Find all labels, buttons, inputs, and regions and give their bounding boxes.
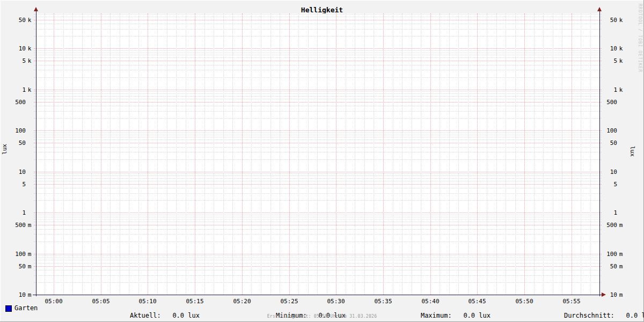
y-tick-label-right: 10 (603, 169, 625, 175)
y-tick-unit: m (617, 222, 625, 229)
y-tick-value: 50 (603, 263, 617, 270)
y-tick-value: 1 (6, 209, 26, 216)
grid-line-vertical-minor (82, 13, 83, 295)
grid-line-vertical-minor (327, 13, 327, 295)
y-axis-unit-left: lux (1, 144, 8, 155)
grid-line-vertical-major (242, 13, 243, 295)
y-tick-unit: m (26, 222, 33, 229)
grid-line-vertical-minor (251, 13, 252, 295)
y-tick-label-right: 500 (603, 99, 625, 106)
y-tick-label-left: 100 (6, 127, 33, 134)
grid-line-vertical-major (524, 13, 525, 295)
y-tick-unit (617, 181, 625, 188)
y-tick-label-right: 1 (603, 209, 625, 216)
grid-line-vertical-minor (553, 13, 553, 295)
y-tick-label-left: 50k (6, 17, 33, 24)
grid-line-vertical-minor (458, 13, 459, 295)
x-tick-label: 05:05 (85, 298, 117, 305)
y-axis-right-arrow-icon (597, 7, 602, 11)
y-tick-unit (617, 140, 625, 147)
y-axis-right (599, 11, 600, 296)
y-tick-unit: k (617, 57, 625, 64)
y-tick-label-left: 500 (6, 99, 33, 106)
y-tick-value: 10 (6, 169, 26, 175)
grid-line-vertical-minor (45, 13, 45, 295)
grid-line-vertical-minor (223, 13, 224, 295)
grid-line-vertical-minor (412, 13, 412, 295)
y-tick-unit (617, 127, 625, 134)
grid-line-vertical-minor (374, 13, 374, 295)
y-tick-label-right: 50m (603, 263, 625, 270)
stat-durchschnitt: Durchschnitt:0.0 lux (548, 304, 644, 322)
grid-line-vertical-minor (364, 13, 365, 295)
grid-line-vertical-major (383, 13, 384, 295)
grid-line-vertical-minor (176, 13, 177, 295)
y-tick-unit: m (617, 291, 625, 298)
y-tick-value: 500 (603, 99, 617, 106)
stat-aktuell: Aktuell:0.0 lux (114, 304, 200, 322)
y-tick-label-left: 10m (6, 291, 33, 298)
chart-title: Helligkeit (0, 6, 644, 14)
y-tick-label-right: 50 (603, 140, 625, 147)
y-tick-label-left: 50 (6, 140, 33, 147)
creation-timestamp: Erstellungszeit: 05:58 Uhr am 31.03.2026 (0, 314, 644, 319)
y-tick-value: 10 (6, 45, 26, 52)
y-tick-value: 50 (603, 140, 617, 147)
grid-line-vertical-minor (440, 13, 440, 295)
y-tick-value: 5 (603, 57, 617, 64)
y-tick-unit: k (617, 86, 625, 93)
y-tick-label-left: 1 (6, 209, 33, 216)
y-tick-unit (617, 169, 625, 175)
y-tick-unit: m (617, 263, 625, 270)
y-tick-label-left: 100m (6, 251, 33, 258)
y-tick-label-right: 100m (603, 251, 625, 258)
grid-line-vertical-minor (449, 13, 450, 295)
grid-line-vertical-minor (261, 13, 261, 295)
y-tick-label-left: 10 (6, 169, 33, 175)
y-tick-label-right: 5k (603, 57, 625, 64)
grid-line-vertical-minor (270, 13, 271, 295)
y-tick-label-right: 10m (603, 291, 625, 298)
grid-line-vertical-minor (421, 13, 421, 295)
y-tick-value: 1 (6, 86, 26, 93)
y-tick-label-right: 5 (603, 181, 625, 188)
y-tick-unit: k (617, 45, 625, 52)
y-tick-unit (26, 140, 33, 147)
y-tick-value: 5 (603, 181, 617, 188)
x-tick-label: 05:50 (508, 298, 540, 305)
grid-line-vertical-minor (515, 13, 516, 295)
grid-line-vertical-minor (232, 13, 233, 295)
rrdtool-watermark: RRDTOOL / TOBI OETIKER (638, 4, 642, 72)
y-tick-unit: k (26, 17, 33, 24)
y-tick-value: 10 (603, 45, 617, 52)
grid-line-vertical-minor (120, 13, 120, 295)
y-tick-label-right: 50k (603, 17, 625, 24)
grid-line-vertical-minor (534, 13, 535, 295)
y-tick-value: 10 (6, 291, 26, 298)
y-tick-label-left: 5k (6, 57, 33, 64)
grid-line-vertical-minor (214, 13, 214, 295)
y-tick-unit: m (26, 251, 33, 258)
y-tick-unit: m (26, 263, 33, 270)
y-tick-unit (26, 127, 33, 134)
y-tick-value: 5 (6, 57, 26, 64)
y-tick-value: 1 (603, 86, 617, 93)
grid-line-vertical-minor (72, 13, 73, 295)
grid-line-vertical-minor (91, 13, 92, 295)
y-tick-label-left: 500m (6, 222, 33, 229)
y-tick-unit: k (26, 86, 33, 93)
grid-line-vertical-major (195, 13, 195, 295)
grid-line-vertical-minor (167, 13, 167, 295)
grid-line-vertical-major (336, 13, 336, 295)
y-axis-left-arrow-icon (34, 7, 38, 11)
x-tick-label: 05:00 (38, 298, 70, 305)
grid-line-vertical-minor (355, 13, 355, 295)
legend-swatch-garten (5, 305, 12, 312)
stat-maximum: Maximum:0.0 lux (405, 304, 491, 322)
y-tick-value: 50 (6, 263, 26, 270)
y-axis-left (36, 11, 36, 296)
x-tick-label: 05:20 (226, 298, 258, 305)
y-tick-unit: m (617, 251, 625, 258)
grid-line-vertical-major (289, 13, 290, 295)
y-tick-unit: k (26, 57, 33, 64)
